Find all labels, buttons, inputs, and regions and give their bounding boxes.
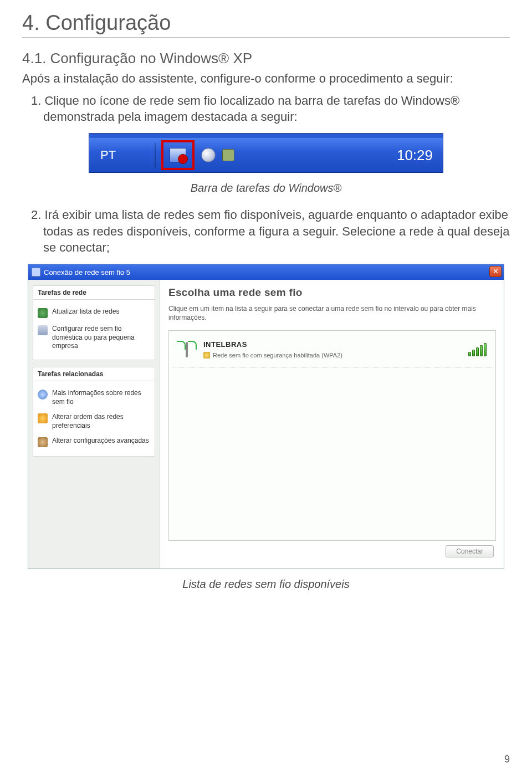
- info-icon: [38, 390, 48, 400]
- dialog-body: Tarefas de rede Atualizar lista de redes…: [28, 280, 504, 568]
- figure2-caption: Lista de redes sem fio disponíveis: [22, 578, 510, 591]
- network-item[interactable]: INTELBRAS Rede sem fio com segurança hab…: [172, 334, 492, 368]
- main-description: Clique em um item na lista a seguir para…: [168, 304, 496, 322]
- sidebar-item-advanced-settings[interactable]: Alterar configurações avançadas: [38, 433, 150, 451]
- network-list: INTELBRAS Rede sem fio com segurança hab…: [168, 330, 496, 541]
- wireless-antenna-icon: [176, 339, 198, 361]
- sidebar-item-refresh[interactable]: Atualizar lista de redes: [38, 304, 150, 321]
- intro-paragraph: Após a instalação do assistente, configu…: [22, 70, 510, 87]
- wireless-network-icon[interactable]: [170, 148, 186, 162]
- figure1-caption: Barra de tarefas do Windows®: [22, 182, 510, 194]
- refresh-icon: [38, 308, 48, 318]
- taskbar-separator: [155, 143, 156, 167]
- connect-button[interactable]: Conectar: [446, 545, 494, 557]
- dialog-sidebar: Tarefas de rede Atualizar lista de redes…: [28, 280, 160, 568]
- subsection-title: 4.1. Configuração no Windows® XP: [22, 50, 510, 67]
- sidebar-item-label: Mais informações sobre redes sem fio: [52, 389, 150, 406]
- dialog-titlebar: Conexão de rede sem fio 5 ✕: [28, 264, 504, 280]
- dialog-title: Conexão de rede sem fio 5: [44, 268, 130, 277]
- section-title: 4. Configuração: [22, 11, 510, 35]
- lock-icon: [203, 352, 210, 359]
- sidebar-heading-related-tasks: Tarefas relacionadas: [33, 367, 155, 381]
- connect-row: Conectar: [168, 541, 496, 561]
- sidebar-item-change-order[interactable]: Alterar ordem das redes preferenciais: [38, 409, 150, 433]
- sidebar-group-network-tasks: Atualizar lista de redes Configurar rede…: [33, 300, 155, 360]
- dialog-main: Escolha uma rede sem fio Clique em um it…: [160, 280, 504, 568]
- taskbar-figure: PT 10:29: [89, 133, 443, 173]
- sidebar-item-label: Configurar rede sem fio doméstica ou par…: [52, 325, 150, 351]
- taskbar-clock[interactable]: 10:29: [397, 147, 433, 164]
- step-1-text: 1. Clique no ícone de rede sem fio local…: [43, 93, 510, 125]
- safely-remove-icon[interactable]: [222, 149, 234, 161]
- sidebar-item-more-info[interactable]: Mais informações sobre redes sem fio: [38, 386, 150, 409]
- network-text: INTELBRAS Rede sem fio com segurança hab…: [203, 340, 463, 359]
- taskbar: PT 10:29: [89, 138, 443, 172]
- signal-strength-icon: [468, 343, 487, 356]
- sidebar-item-label: Atualizar lista de redes: [52, 308, 119, 316]
- wireless-titlebar-icon: [32, 268, 40, 277]
- tray-icons: [161, 140, 234, 170]
- divider: [22, 37, 510, 38]
- setup-network-icon: [38, 325, 48, 335]
- close-button[interactable]: ✕: [489, 266, 502, 277]
- network-name: INTELBRAS: [203, 340, 463, 349]
- gear-icon: [38, 437, 48, 447]
- star-icon: [38, 413, 48, 423]
- network-security-label: Rede sem fio com segurança habilitada (W…: [203, 352, 463, 359]
- step-2-text: 2. Irá exibir uma lista de redes sem fio…: [43, 207, 510, 256]
- language-indicator[interactable]: PT: [100, 148, 116, 162]
- main-heading: Escolha uma rede sem fio: [168, 286, 496, 299]
- sidebar-group-related-tasks: Mais informações sobre redes sem fio Alt…: [33, 381, 155, 457]
- network-security-text: Rede sem fio com segurança habilitada (W…: [213, 352, 342, 359]
- page-number: 9: [504, 754, 510, 765]
- sidebar-item-label: Alterar configurações avançadas: [52, 437, 149, 446]
- sidebar-heading-network-tasks: Tarefas de rede: [33, 285, 155, 300]
- sidebar-item-label: Alterar ordem das redes preferenciais: [52, 413, 150, 430]
- wifi-dialog-figure: Conexão de rede sem fio 5 ✕ Tarefas de r…: [28, 264, 504, 569]
- highlighted-network-icon: [161, 140, 195, 170]
- volume-icon[interactable]: [201, 148, 216, 162]
- sidebar-item-setup-network[interactable]: Configurar rede sem fio doméstica ou par…: [38, 321, 150, 354]
